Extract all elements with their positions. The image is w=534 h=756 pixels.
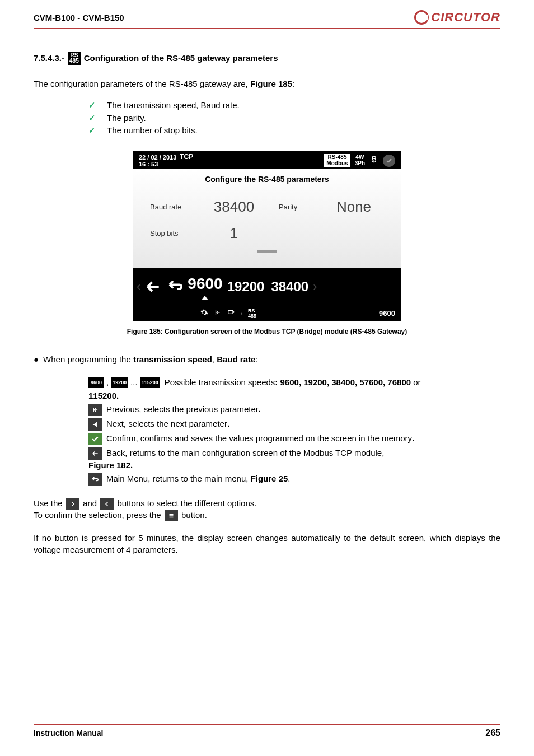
wiring-label: 4W 3Ph	[355, 155, 365, 166]
check-icon: ✓	[88, 100, 96, 111]
triangle-up-icon	[202, 296, 208, 300]
left-chevron-icon[interactable]	[100, 498, 114, 510]
section-heading: 7.5.4.3.- RS485 Configuration of the RS-…	[34, 52, 500, 65]
back-arrow-icon[interactable]	[143, 277, 163, 297]
footer-title: Instruction Manual	[34, 729, 103, 738]
speed-chip: 19200	[111, 377, 128, 388]
gear-icon[interactable]	[200, 309, 208, 319]
baud-selector-current[interactable]: 9600	[188, 273, 222, 300]
model-label: CVM-B100 - CVM-B150	[34, 13, 124, 22]
device-screenshot: 22 / 02 / 2013 TCP 16 : 53 RS-485 Modbus…	[133, 151, 401, 321]
device-selector-bar: ‹ 9600 19200 38400 ›	[133, 268, 401, 306]
section-title: Configuration of the RS-485 gateway para…	[84, 53, 278, 64]
confirm-icon[interactable]	[383, 155, 395, 167]
next-icon[interactable]	[88, 418, 102, 431]
brand-logo: CIRCUTOR	[414, 10, 500, 25]
menu-icon[interactable]	[165, 510, 178, 521]
parity-label: Parity	[279, 202, 307, 212]
breadcrumb-rs485: RS485	[248, 309, 256, 319]
speed-chip: 115200	[140, 377, 160, 388]
brand-text: CIRCUTOR	[431, 10, 500, 25]
device-status-bar: 22 / 02 / 2013 TCP 16 : 53 RS-485 Modbus…	[133, 151, 401, 169]
intro-text: The configuration parameters of the RS-4…	[34, 78, 500, 90]
check-icon: ✓	[88, 113, 96, 124]
page-number: 265	[485, 728, 500, 738]
main-menu-icon[interactable]	[165, 277, 185, 297]
section-number: 7.5.4.3.-	[34, 53, 64, 64]
page-footer: Instruction Manual 265	[34, 724, 500, 738]
chevron-left-icon[interactable]: ‹	[137, 278, 140, 295]
device-time: 16 : 53	[139, 161, 193, 167]
device-body-title: Configure the RS-485 parameters	[133, 174, 401, 185]
page-header: CVM-B100 - CVM-B150 CIRCUTOR	[34, 0, 500, 29]
baud-rate-value[interactable]: 38400	[206, 197, 262, 217]
baud-option[interactable]: 38400	[269, 278, 311, 296]
confirm-button-icon[interactable]	[88, 433, 102, 445]
checklist-item: The transmission speed, Baud rate.	[107, 100, 240, 111]
stop-bits-value[interactable]: 1	[206, 223, 262, 243]
figure-caption: Figure 185: Configuration screen of the …	[34, 327, 500, 336]
rs485-badge-icon: RS485	[68, 52, 81, 65]
usage-instructions: Use the and buttons to select the differ…	[34, 498, 500, 521]
device-breadcrumb-bar: › RS485 9600	[133, 306, 401, 321]
checklist: ✓The transmission speed, Baud rate. ✓The…	[88, 100, 500, 136]
checklist-item: The parity.	[107, 113, 146, 124]
logo-icon	[414, 10, 429, 25]
previous-icon[interactable]	[88, 404, 102, 416]
speed-chip: 9600	[88, 377, 104, 388]
parity-value[interactable]: None	[324, 197, 384, 217]
main-menu-button-icon[interactable]	[88, 473, 102, 486]
rs485-tag: RS-485 Modbus	[324, 154, 350, 167]
bottom-right-value: 9600	[379, 309, 395, 319]
prev-icon[interactable]	[214, 309, 222, 319]
back-button-icon[interactable]	[88, 447, 102, 460]
lock-icon	[369, 155, 378, 166]
description-block: 9600 , 19200 ... 115200 Possible transmi…	[88, 377, 500, 486]
svg-rect-1	[228, 311, 233, 314]
right-chevron-icon[interactable]	[66, 498, 79, 510]
breadcrumb-separator: ›	[241, 310, 242, 317]
baud-rate-label: Baud rate	[150, 202, 189, 212]
chevron-right-icon[interactable]: ›	[313, 278, 317, 295]
check-icon: ✓	[88, 125, 96, 136]
programming-line: ● When programming the transmission spee…	[34, 354, 500, 365]
back-figure-ref: Figure 182.	[88, 460, 133, 470]
baud-option[interactable]: 19200	[225, 278, 267, 296]
checklist-item: The number of stop bits.	[107, 125, 198, 136]
tcp-icon[interactable]	[227, 309, 235, 319]
device-tcp-label: TCP	[180, 153, 193, 161]
device-date: 22 / 02 / 2013	[139, 154, 176, 161]
speed-last: 115200.	[88, 391, 119, 400]
device-body: Configure the RS-485 parameters Baud rat…	[133, 169, 401, 268]
timeout-paragraph: If no button is pressed for 5 minutes, t…	[34, 533, 500, 556]
stop-bits-label: Stop bits	[150, 228, 189, 239]
drawer-handle-icon[interactable]	[257, 250, 277, 253]
